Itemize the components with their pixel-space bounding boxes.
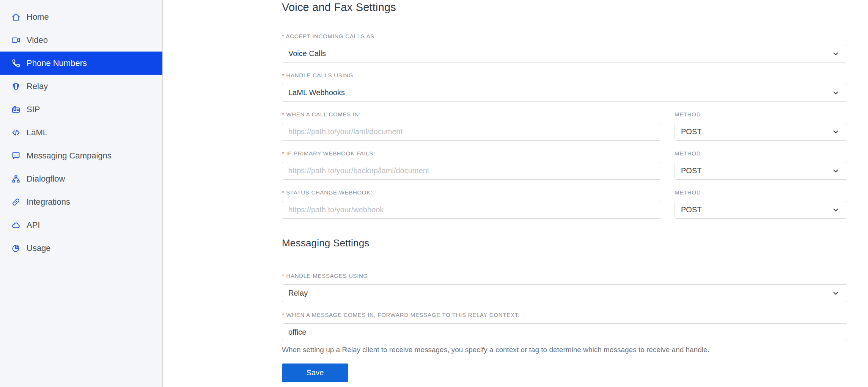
status-change-webhook-input[interactable] bbox=[282, 201, 661, 219]
when-call-comes-in-input[interactable] bbox=[282, 123, 661, 141]
method-label: METHOD bbox=[675, 189, 847, 196]
primary-webhook-fails-row: * IF PRIMARY WEBHOOK FAILS: METHOD POST bbox=[282, 150, 847, 180]
sidebar-item-home[interactable]: Home bbox=[0, 5, 162, 28]
sidebar-item-integrations[interactable]: Integrations bbox=[0, 190, 162, 213]
sidebar-item-label: API bbox=[27, 220, 40, 230]
sidebar-item-label: Dialogflow bbox=[27, 174, 65, 184]
sidebar-item-phone-numbers[interactable]: Phone Numbers bbox=[0, 52, 162, 75]
handle-calls-using-label: * HANDLE CALLS USING bbox=[282, 72, 847, 79]
cloud-icon bbox=[11, 221, 20, 230]
sitemap-icon bbox=[11, 174, 20, 183]
save-button[interactable]: Save bbox=[282, 363, 348, 382]
sidebar-item-label: LāML bbox=[27, 128, 47, 138]
home-icon bbox=[11, 13, 20, 22]
handle-messages-using-value: Relay bbox=[288, 289, 308, 298]
accept-incoming-calls-value: Voice Calls bbox=[288, 49, 326, 58]
method-value: POST bbox=[681, 127, 701, 136]
code-icon bbox=[11, 128, 20, 137]
when-call-comes-in-label: * WHEN A CALL COMES IN: bbox=[282, 111, 661, 118]
sidebar-item-dialogflow[interactable]: Dialogflow bbox=[0, 167, 162, 190]
status-change-webhook-row: * STATUS CHANGE WEBHOOK: METHOD POST bbox=[282, 189, 847, 219]
relay-context-input[interactable] bbox=[282, 323, 847, 341]
chevron-down-icon bbox=[832, 89, 839, 96]
method-label: METHOD bbox=[675, 111, 847, 118]
status-change-webhook-label: * STATUS CHANGE WEBHOOK: bbox=[282, 189, 661, 196]
sidebar-item-usage[interactable]: Usage bbox=[0, 237, 162, 260]
sidebar-item-label: Usage bbox=[27, 243, 51, 253]
page-title: Voice and Fax Settings bbox=[282, 1, 847, 14]
chevron-down-icon bbox=[832, 290, 839, 297]
handle-calls-using-value: LaML Webhooks bbox=[288, 88, 345, 97]
if-primary-webhook-fails-label: * IF PRIMARY WEBHOOK FAILS: bbox=[282, 150, 661, 157]
sidebar-item-label: Home bbox=[27, 12, 49, 22]
chevron-down-icon bbox=[832, 168, 839, 174]
sidebar-item-label: Relay bbox=[27, 81, 48, 91]
accept-incoming-calls-select[interactable]: Voice Calls bbox=[282, 45, 847, 63]
handle-calls-using-select[interactable]: LaML Webhooks bbox=[282, 84, 847, 102]
call-comes-in-method-select[interactable]: POST bbox=[675, 123, 847, 141]
sidebar-item-laml[interactable]: LāML bbox=[0, 121, 162, 144]
relay-context-label: * WHEN A MESSAGE COMES IN, FORWARD MESSA… bbox=[282, 312, 847, 318]
app-window: Home Video Phone Numbers Relay SIP LāML … bbox=[0, 0, 868, 387]
relay-context-help-text: When setting up a Relay client to receiv… bbox=[282, 345, 847, 354]
sidebar-item-sip[interactable]: SIP bbox=[0, 98, 162, 121]
sidebar-item-relay[interactable]: Relay bbox=[0, 75, 162, 98]
handle-messages-using-select[interactable]: Relay bbox=[282, 284, 847, 302]
phone-icon bbox=[11, 59, 20, 68]
method-value: POST bbox=[681, 166, 701, 175]
sidebar-item-label: Messaging Campaigns bbox=[27, 151, 112, 161]
chat-bubble-icon bbox=[11, 151, 20, 160]
accept-incoming-calls-label: * ACCEPT INCOMING CALLS AS bbox=[282, 33, 847, 40]
relay-chip-icon bbox=[11, 82, 20, 91]
status-change-method-select[interactable]: POST bbox=[675, 201, 847, 219]
main-panel: Voice and Fax Settings * ACCEPT INCOMING… bbox=[163, 0, 868, 387]
sidebar-item-label: Video bbox=[27, 35, 48, 45]
link-icon bbox=[11, 197, 20, 207]
call-comes-in-row: * WHEN A CALL COMES IN: METHOD POST bbox=[282, 111, 847, 141]
method-value: POST bbox=[681, 205, 701, 214]
chevron-down-icon bbox=[832, 128, 839, 135]
pie-chart-icon bbox=[11, 244, 20, 253]
sidebar-item-messaging-campaigns[interactable]: Messaging Campaigns bbox=[0, 144, 162, 167]
chevron-down-icon bbox=[832, 207, 839, 213]
chevron-down-icon bbox=[832, 50, 839, 57]
video-icon bbox=[11, 36, 20, 45]
sidebar-item-label: SIP bbox=[27, 105, 40, 114]
method-label: METHOD bbox=[675, 150, 847, 157]
sidebar-item-label: Integrations bbox=[27, 197, 70, 207]
sip-fax-icon bbox=[11, 105, 20, 114]
sidebar: Home Video Phone Numbers Relay SIP LāML … bbox=[0, 0, 163, 387]
primary-webhook-fails-method-select[interactable]: POST bbox=[675, 162, 847, 180]
if-primary-webhook-fails-input[interactable] bbox=[282, 162, 661, 180]
sidebar-item-label: Phone Numbers bbox=[27, 58, 87, 68]
handle-messages-using-label: * HANDLE MESSAGES USING bbox=[282, 273, 847, 279]
sidebar-item-api[interactable]: API bbox=[0, 213, 162, 237]
sidebar-item-video[interactable]: Video bbox=[0, 28, 162, 52]
messaging-settings-title: Messaging Settings bbox=[282, 237, 847, 249]
